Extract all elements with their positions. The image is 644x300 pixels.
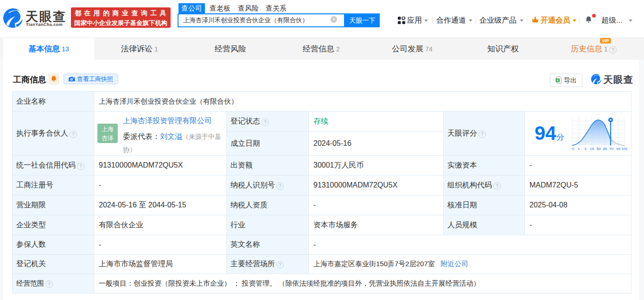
svg-text:85: 85 <box>603 147 607 150</box>
svg-text:0: 0 <box>572 147 574 150</box>
svg-text:天眼查: 天眼查 <box>603 74 633 85</box>
svg-text:97: 97 <box>610 147 614 150</box>
svg-text:15: 15 <box>590 147 594 150</box>
svg-text:3: 3 <box>584 147 587 150</box>
svg-text:100: 100 <box>621 147 627 150</box>
svg-text:99: 99 <box>616 147 620 150</box>
svg-text:50: 50 <box>596 147 600 150</box>
svg-text:1: 1 <box>578 147 580 150</box>
